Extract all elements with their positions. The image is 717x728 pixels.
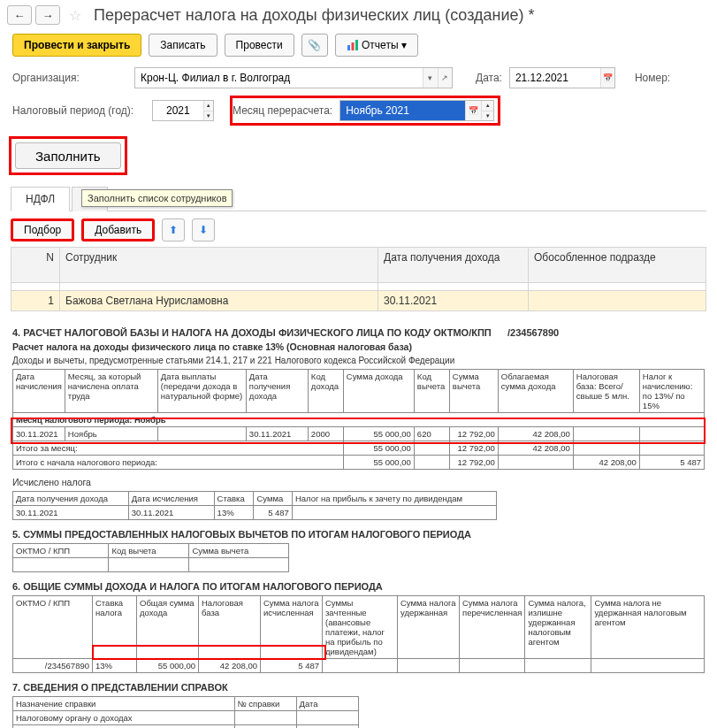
period-input[interactable]: ▲▼: [152, 100, 214, 121]
sec6-title: 6. ОБЩИЕ СУММЫ ДОХОДА И НАЛОГА ПО ИТОГАМ…: [12, 581, 705, 592]
sec4-table: Дата начисления Месяц, за который начисл…: [12, 369, 705, 470]
cell-n: 1: [11, 291, 60, 311]
paperclip-icon: 📎: [308, 39, 321, 51]
svg-rect-0: [347, 45, 350, 50]
period-label: Налоговый период (год):: [12, 104, 145, 117]
date-input[interactable]: 📅: [509, 67, 615, 88]
attach-button[interactable]: 📎: [301, 34, 328, 57]
arrow-down-icon: ⬇: [199, 224, 208, 236]
org-open-button[interactable]: ↗: [438, 68, 452, 88]
date-label: Дата:: [476, 72, 502, 84]
svg-rect-2: [355, 40, 358, 50]
fill-employees-tooltip: Заполнить список сотрудников: [81, 189, 233, 207]
tab-ndfl[interactable]: НДФЛ: [11, 187, 70, 211]
month-label: Месяц перерасчета:: [233, 104, 332, 117]
employees-grid[interactable]: N Сотрудник Дата получения дохода Обособ…: [11, 247, 706, 311]
forward-button[interactable]: →: [35, 5, 60, 25]
sec5-table: ОКТМО / КПП Код вычета Сумма вычета: [12, 543, 289, 572]
svg-rect-1: [351, 42, 354, 50]
number-label: Номер:: [635, 72, 670, 84]
arrow-up-icon: ⬆: [169, 224, 178, 236]
pick-button[interactable]: Подбор: [11, 218, 74, 241]
month-value: Ноябрь 2021: [340, 101, 465, 120]
reports-label: Отчеты: [362, 39, 398, 51]
post-close-button[interactable]: Провести и закрыть: [12, 34, 141, 57]
add-button[interactable]: Добавить: [81, 218, 155, 241]
sec7-table: Назначение справки № справки Дата Налого…: [12, 696, 359, 728]
sec4-title: 4. РАСЧЕТ НАЛОГОВОЙ БАЗЫ И НАЛОГА НА ДОХ…: [12, 327, 705, 338]
sec4-sub: Расчет налога на доходы физического лица…: [12, 341, 705, 352]
sec6-table: ОКТМО / КПП Ставка налога Общая сумма до…: [12, 595, 705, 673]
cell-date: 30.11.2021: [378, 291, 529, 311]
org-input[interactable]: ▾ ↗: [134, 67, 453, 88]
move-up-button[interactable]: ⬆: [162, 218, 185, 241]
page-title: Перерасчет налога на доходы физических л…: [94, 6, 535, 25]
org-label: Организация:: [12, 72, 127, 84]
cell-dep: [529, 291, 706, 311]
col-emp: Сотрудник: [60, 248, 378, 283]
period-spin[interactable]: ▲▼: [203, 101, 213, 120]
save-button[interactable]: Записать: [149, 34, 217, 57]
chart-icon: [347, 39, 359, 51]
date-picker-button[interactable]: 📅: [600, 68, 614, 88]
calc-table: Дата получения дохода Дата исчисления Ст…: [12, 491, 497, 520]
month-spin[interactable]: ▲▼: [481, 101, 493, 120]
reports-button[interactable]: Отчеты ▾: [335, 34, 418, 57]
col-date: Дата получения дохода: [378, 248, 529, 283]
col-dep: Обособленное подразде: [529, 248, 706, 283]
col-n: N: [11, 248, 60, 283]
move-down-button[interactable]: ⬇: [192, 218, 215, 241]
post-button[interactable]: Провести: [225, 34, 294, 57]
table-row[interactable]: 1 Бажова Светлана Нурисламовна 30.11.202…: [11, 291, 706, 311]
org-dropdown-button[interactable]: ▾: [423, 68, 437, 88]
month-input[interactable]: Ноябрь 2021 📅 ▲▼: [339, 100, 494, 121]
month-picker-button[interactable]: 📅: [465, 101, 481, 120]
fill-button[interactable]: Заполнить: [15, 142, 121, 169]
sec4-note: Доходы и вычеты, предусмотренные статьям…: [12, 356, 705, 365]
favorite-star-icon[interactable]: ☆: [67, 7, 83, 23]
sec7-title: 7. СВЕДЕНИЯ О ПРЕДСТАВЛЕНИИ СПРАВОК: [12, 682, 705, 693]
back-button[interactable]: ←: [7, 5, 32, 25]
cell-emp: Бажова Светлана Нурисламовна: [60, 291, 378, 311]
sec5-title: 5. СУММЫ ПРЕДОСТАВЛЕННЫХ НАЛОГОВЫХ ВЫЧЕТ…: [12, 529, 705, 540]
calc-label: Исчислено налога: [12, 477, 705, 487]
